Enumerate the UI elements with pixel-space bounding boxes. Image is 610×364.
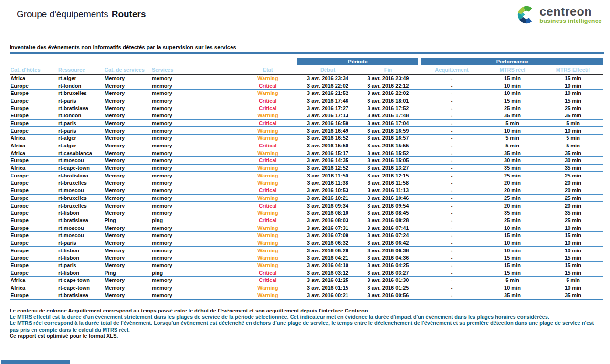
footnote: Le MTRS réel correspond à la durée total… [10,320,604,333]
column-gap [418,164,421,172]
cell-mtrs-effective: 35 min [543,112,603,119]
cell-start: 3 avr. 2016 16:49 [297,127,358,135]
cell-acknowledgement: - [421,135,482,142]
table-row: Europert-bruxellesMemorymemoryWarning3 a… [10,179,603,187]
cell-state: Critical [238,142,297,149]
cell-service-category: Memory [104,97,151,104]
column-gap [418,74,421,82]
table-row: Europert-lisbonMemorymemoryWarning3 avr.… [10,254,603,262]
cell-service: ping [151,269,238,277]
cell-mtrs-effective: 10 min [543,89,603,97]
cell-mtrs-real: 15 min [482,269,543,277]
cell-mtrs-effective: 30 min [543,157,603,165]
cell-host-category: Africa [10,74,57,82]
cell-service-category: Memory [104,277,151,284]
cell-state: Warning [238,172,297,179]
column-gap [418,217,421,224]
cell-resource: rt-bratislava [57,217,104,224]
cell-resource: rt-bruxelles [57,89,104,97]
cell-service: memory [151,254,238,262]
cell-end: 3 avr. 2016 17:04 [358,119,418,127]
cell-acknowledgement: - [421,209,482,217]
cell-start: 3 avr. 2016 04:10 [297,261,358,269]
cell-host-category: Europe [10,179,57,187]
cell-acknowledgement: - [421,172,482,179]
cell-state: Warning [238,209,297,217]
cell-host-category: Europe [10,224,57,232]
table-row: Europert-bruxellesMemorymemoryWarning3 a… [10,89,603,97]
cell-service: memory [151,239,238,247]
cell-end: 3 avr. 2016 08:45 [358,209,418,217]
cell-state: Warning [238,179,297,187]
cell-mtrs-real: 10 min [482,247,543,254]
table-row: Europert-bratislavaMemorymemoryWarning3 … [10,291,603,299]
logo-tagline: business intelligence [539,18,602,24]
logo-text: centreon business intelligence [539,6,602,24]
cell-mtrs-effective: 10 min [543,247,603,254]
cell-mtrs-real: 35 min [482,291,543,299]
footnote: Le contenu de colonne Acquittement corre… [10,308,604,314]
cell-start: 3 avr. 2016 10:53 [297,187,358,194]
cell-acknowledgement: - [421,164,482,172]
cell-service: memory [151,224,238,232]
cell-end: 3 avr. 2016 04:36 [358,254,418,262]
cell-host-category: Europe [10,239,57,247]
column-gap [418,97,421,104]
column-gap [418,277,421,284]
table-row: Europert-lisbonMemorymemoryWarning3 avr.… [10,209,603,217]
page-title-prefix: Groupe d'équipements [17,9,108,19]
group-header-performance: Performance [421,58,603,65]
cell-host-category: Europe [10,217,57,224]
cell-service: memory [151,164,238,172]
cell-service: memory [151,291,238,299]
cell-mtrs-real: 25 min [482,172,543,179]
cell-mtrs-real: 15 min [482,254,543,262]
cell-start: 3 avr. 2016 01:15 [297,284,358,291]
cell-acknowledgement: - [421,254,482,262]
cell-end: 3 avr. 2016 12:15 [358,172,418,179]
cell-acknowledgement: - [421,127,482,135]
cell-mtrs-real: 35 min [482,112,543,119]
cell-host-category: Europe [10,261,57,269]
cell-mtrs-real: 5 min [482,142,543,149]
cell-resource: rt-casablanca [57,149,104,157]
cell-state: Warning [238,261,297,269]
column-gap [418,187,421,194]
cell-service: memory [151,119,238,127]
report-page: Groupe d'équipementsRouters centreon bus… [0,0,610,340]
cell-acknowledgement: - [421,142,482,149]
cell-end: 3 avr. 2016 22:12 [358,82,418,90]
cell-service-category: Memory [104,157,151,165]
logo-brand: centreon [539,6,602,18]
cell-mtrs-real: 20 min [482,179,543,187]
cell-service-category: Memory [104,291,151,299]
cell-mtrs-real: 10 min [482,82,543,90]
cell-service: memory [151,209,238,217]
cell-service-category: Memory [104,119,151,127]
cell-service-category: Memory [104,74,151,82]
cell-start: 3 avr. 2016 10:21 [297,194,358,202]
cell-acknowledgement: - [421,194,482,202]
cell-host-category: Europe [10,157,57,165]
cell-resource: rt-london [57,112,104,119]
cell-resource: rt-moscou [57,231,104,239]
cell-start: 3 avr. 2016 16:59 [297,119,358,127]
cell-acknowledgement: - [421,239,482,247]
cell-end: 3 avr. 2016 07:24 [358,231,418,239]
cell-mtrs-effective: 25 min [543,172,603,179]
cell-resource: rt-cape-town [57,277,104,284]
column-gap [418,284,421,291]
cell-mtrs-effective: 15 min [543,231,603,239]
cell-host-category: Africa [10,277,57,284]
table-row: Europert-moscouMemorymemoryWarning3 avr.… [10,231,603,239]
cell-host-category: Europe [10,119,57,127]
cell-service-category: Memory [104,172,151,179]
table-row: Europert-londonMemorymemoryCritical3 avr… [10,82,603,90]
cell-start: 3 avr. 2016 06:28 [297,247,358,254]
cell-host-category: Europe [10,104,57,112]
cell-state: Warning [238,149,297,157]
cell-host-category: Europe [10,89,57,97]
column-gap [418,254,421,262]
cell-state: Warning [238,89,297,97]
cell-end: 3 avr. 2016 13:27 [358,164,418,172]
